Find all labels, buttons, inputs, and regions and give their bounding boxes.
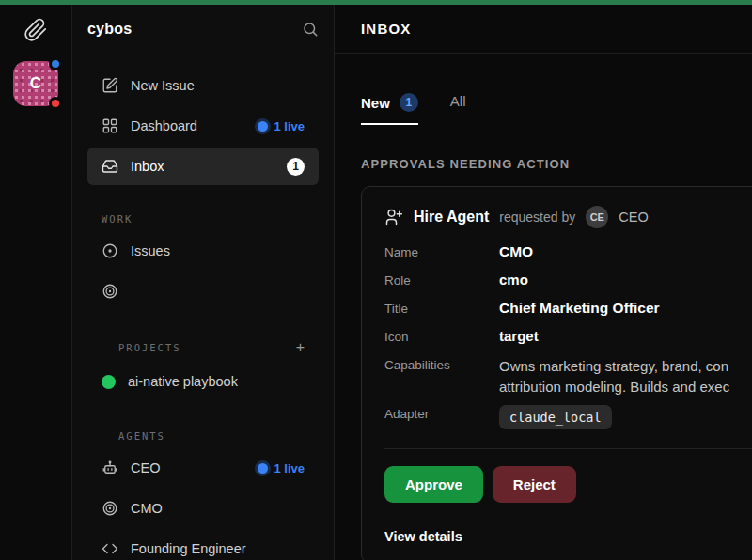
capabilities-line-1: Owns marketing strategy, brand, con xyxy=(499,356,729,377)
sidebar-item-label: Founding Engineer xyxy=(131,541,305,556)
app-rail: C xyxy=(0,5,72,560)
live-badge: 1 live xyxy=(258,119,305,133)
live-badge-label: 1 live xyxy=(274,119,305,133)
tab-all[interactable]: All xyxy=(450,93,466,120)
sidebar-item-label: Dashboard xyxy=(131,118,245,133)
search-icon[interactable] xyxy=(302,21,319,38)
field-value: Chief Marketing Officer xyxy=(499,300,660,317)
inbox-icon xyxy=(102,158,118,175)
approve-button[interactable]: Approve xyxy=(384,466,483,503)
section-label-projects: PROJECTS + xyxy=(87,340,319,355)
approval-card: Hire Agent requested by CE CEO Name CMO … xyxy=(361,186,752,560)
view-details-link[interactable]: View details xyxy=(384,529,752,544)
field-label: Icon xyxy=(384,328,499,344)
sidebar-item-label: Issues xyxy=(131,243,305,258)
sidebar-item-label: Inbox xyxy=(131,159,274,174)
workspace-title: cybos xyxy=(87,21,132,38)
field-value: CMO xyxy=(499,243,533,260)
inbox-tabs: New 1 All xyxy=(361,93,752,125)
field-label: Name xyxy=(384,243,499,259)
sidebar-item-agent-cmo[interactable]: CMO xyxy=(87,490,319,527)
inbox-count-badge: 1 xyxy=(287,158,305,176)
section-label-work: WORK xyxy=(87,213,319,225)
approvals-section-title: APPROVALS NEEDING ACTION xyxy=(361,157,752,171)
project-status-dot xyxy=(102,375,116,389)
sidebar-item-label: CMO xyxy=(131,501,305,516)
card-divider xyxy=(384,448,752,449)
requested-by-label: requested by xyxy=(499,210,575,225)
sidebar-item-project[interactable]: ai-native playbook xyxy=(87,363,319,400)
tab-new[interactable]: New 1 xyxy=(361,93,418,125)
sidebar-item-goals[interactable]: Goals xyxy=(87,272,319,310)
sidebar-item-agent-ceo[interactable]: CEO 1 live xyxy=(87,449,319,487)
live-dot-icon xyxy=(258,463,268,474)
main-header: INBOX xyxy=(335,5,752,54)
live-dot-icon xyxy=(258,121,268,132)
code-icon xyxy=(102,540,118,557)
status-dot-red xyxy=(49,97,62,110)
sidebar-header: cybos xyxy=(87,5,319,54)
grid-icon xyxy=(102,117,118,134)
section-label-text: PROJECTS xyxy=(118,342,181,353)
page-title: INBOX xyxy=(361,21,412,37)
add-project-button[interactable]: + xyxy=(296,340,305,355)
sidebar-item-dashboard[interactable]: Dashboard 1 live xyxy=(87,107,319,145)
field-row-role: Role cmo xyxy=(384,272,752,300)
requester-avatar: CE xyxy=(586,206,608,228)
edit-icon xyxy=(102,77,118,94)
requester-name: CEO xyxy=(619,210,648,225)
section-label-agents: AGENTS xyxy=(87,430,319,442)
sidebar-item-inbox[interactable]: Inbox 1 xyxy=(87,148,319,185)
section-label-text: AGENTS xyxy=(118,430,165,442)
circle-dot-icon xyxy=(102,242,118,259)
reject-button[interactable]: Reject xyxy=(493,466,576,503)
sidebar-item-label: ai-native playbook xyxy=(128,374,305,389)
workspace-avatar[interactable]: C xyxy=(13,61,58,106)
live-badge-label: 1 live xyxy=(274,461,305,475)
avatar-initial: C xyxy=(30,74,41,93)
bot-icon xyxy=(102,459,118,476)
sidebar-item-issues[interactable]: Issues xyxy=(87,232,319,270)
status-dot-blue xyxy=(49,57,62,70)
field-row-capabilities: Capabilities Owns marketing strategy, br… xyxy=(384,356,752,397)
target-icon xyxy=(102,500,118,517)
approval-actions: Approve Reject xyxy=(384,466,752,503)
field-value: cmo xyxy=(499,272,528,288)
live-badge: 1 live xyxy=(258,461,305,475)
sidebar-item-agent-founding-engineer[interactable]: Founding Engineer xyxy=(87,530,319,560)
tab-label: All xyxy=(450,93,466,109)
field-value: target xyxy=(499,328,539,344)
sidebar-item-new-issue[interactable]: New Issue xyxy=(87,67,319,104)
approval-title: Hire Agent xyxy=(414,209,489,226)
sidebar: cybos New Issue xyxy=(72,5,335,560)
tab-label: New xyxy=(361,95,390,111)
field-label: Adapter xyxy=(384,405,499,421)
main-panel: INBOX New 1 All APPROVALS NEEDING ACTION xyxy=(335,5,752,560)
field-label: Title xyxy=(384,300,499,316)
sidebar-item-label: CEO xyxy=(131,460,245,475)
field-row-icon: Icon target xyxy=(384,328,752,356)
approval-fields: Name CMO Role cmo Title Chief Marketing … xyxy=(384,243,752,433)
field-row-adapter: Adapter claude_local xyxy=(384,405,752,433)
field-row-title: Title Chief Marketing Officer xyxy=(384,300,752,328)
target-icon xyxy=(102,283,118,300)
approval-card-header: Hire Agent requested by CE CEO xyxy=(384,206,752,228)
paperclip-icon[interactable] xyxy=(24,18,48,42)
field-label: Role xyxy=(384,272,499,288)
user-plus-icon xyxy=(384,208,403,226)
capabilities-line-2: attribution modeling. Builds and exec xyxy=(499,377,729,397)
tab-count-badge: 1 xyxy=(400,93,418,112)
adapter-pill: claude_local xyxy=(499,405,612,429)
field-row-name: Name CMO xyxy=(384,243,752,272)
sidebar-item-label: New Issue xyxy=(131,78,305,93)
field-label: Capabilities xyxy=(384,356,499,372)
